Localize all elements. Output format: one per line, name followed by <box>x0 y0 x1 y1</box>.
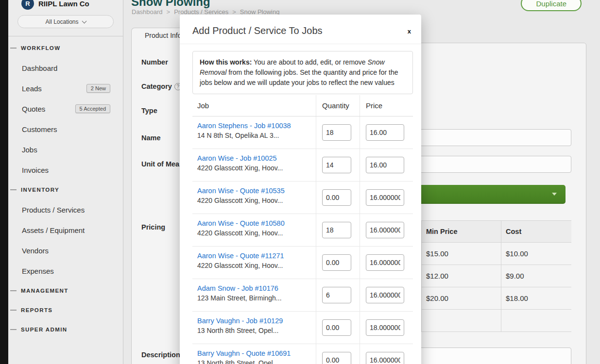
description-label: Description <box>141 351 180 359</box>
pricing-cell-cost <box>501 310 571 331</box>
job-link[interactable]: Adam Snow - Job #10176 <box>197 284 312 292</box>
type-label: Type <box>141 107 157 115</box>
jobs-table: Job Quantity Price Aaron Stephens - Job … <box>192 95 413 364</box>
job-link[interactable]: Barry Vaughn - Job #10129 <box>197 317 312 325</box>
name-label: Name <box>141 134 161 142</box>
quantity-input[interactable] <box>322 319 351 336</box>
price-cell <box>360 214 413 246</box>
price-input[interactable] <box>366 254 404 271</box>
company-name: RIIPL Lawn Co <box>38 0 89 8</box>
job-link[interactable]: Aaron Wise - Quote #10580 <box>197 219 312 227</box>
jobs-table-header: Job Quantity Price <box>192 95 413 116</box>
quantity-input[interactable] <box>322 287 351 303</box>
chevron-down-icon <box>82 18 86 23</box>
quantity-input[interactable] <box>322 352 351 364</box>
price-cell <box>360 182 413 214</box>
job-address: 14 N 8th St, Opelika AL 3... <box>197 132 312 139</box>
section-dash-icon <box>10 290 17 291</box>
sidebar-section-label: SUPER ADMIN <box>21 327 67 332</box>
pricing-cell-min-price: $12.00 <box>421 265 501 287</box>
sidebar-section-label: WORKFLOW <box>21 45 60 51</box>
quantity-input[interactable] <box>322 254 351 271</box>
sidebar-item-customers[interactable]: Customers <box>8 119 123 139</box>
quantity-input[interactable] <box>322 222 351 238</box>
pricing-label: Pricing <box>141 223 165 231</box>
job-link[interactable]: Aaron Wise - Quote #11271 <box>197 252 312 260</box>
sidebar-item-label: Products / Services <box>22 206 85 214</box>
job-cell: Aaron Wise - Quote #105354220 Glasscott … <box>192 182 316 214</box>
sidebar-item-vendors[interactable]: Vendors <box>8 240 123 261</box>
price-input[interactable] <box>366 222 404 238</box>
price-input[interactable] <box>366 319 404 336</box>
section-dash-icon <box>10 310 17 311</box>
job-table-row: Adam Snow - Job #10176123 Main Street, B… <box>192 279 413 312</box>
sidebar-item-quotes[interactable]: Quotes5 Accepted <box>8 99 123 119</box>
breadcrumb-item-dashboard[interactable]: Dashboard <box>132 8 163 16</box>
price-input[interactable] <box>366 352 404 364</box>
breadcrumb-separator: > <box>167 8 171 16</box>
quantity-cell <box>316 344 360 364</box>
job-link[interactable]: Aaron Wise - Quote #10535 <box>197 187 312 195</box>
price-column-header: Price <box>360 95 413 116</box>
quantity-input[interactable] <box>322 157 351 173</box>
page-title: Snow Plowing <box>131 0 210 9</box>
job-address: 4220 Glasscott Xing, Hoov... <box>197 229 312 237</box>
location-selector[interactable]: All Locations <box>17 15 114 28</box>
sidebar: R RIIPL Lawn Co All Locations WORKFLOWDa… <box>0 0 123 364</box>
sidebar-item-dashboard[interactable]: Dashboard <box>8 58 123 78</box>
job-table-row: Barry Vaughn - Quote #1069113 North 8th … <box>192 344 413 364</box>
sidebar-item-leads[interactable]: Leads2 New <box>8 78 123 99</box>
sidebar-item-label: Quotes <box>22 105 45 113</box>
price-input[interactable] <box>366 189 404 206</box>
sidebar-section-inventory: INVENTORY <box>8 180 123 199</box>
price-input[interactable] <box>366 124 404 141</box>
job-cell: Aaron Wise - Job #100254220 Glasscott Xi… <box>192 149 316 181</box>
job-table-row: Aaron Wise - Job #100254220 Glasscott Xi… <box>192 149 413 182</box>
quantity-cell <box>316 214 360 246</box>
price-input[interactable] <box>366 157 404 173</box>
job-table-row: Aaron Stephens - Job #1003814 N 8th St, … <box>192 116 413 149</box>
price-cell <box>360 149 413 181</box>
location-selector-label: All Locations <box>45 18 78 25</box>
sidebar-content: R RIIPL Lawn Co All Locations WORKFLOWDa… <box>8 0 123 364</box>
quantity-input[interactable] <box>322 189 351 206</box>
company-header[interactable]: R RIIPL Lawn Co <box>21 0 123 11</box>
sidebar-section-reports: REPORTS <box>8 300 123 320</box>
job-cell: Aaron Stephens - Job #1003814 N 8th St, … <box>192 116 316 149</box>
modal-header: Add Product / Service To Jobs x <box>180 15 421 44</box>
job-address: 4220 Glasscott Xing, Hoov... <box>197 197 312 204</box>
quantity-cell <box>316 116 360 149</box>
sidebar-item-label: Expenses <box>22 267 54 275</box>
price-cell <box>360 312 413 344</box>
job-cell: Aaron Wise - Quote #105804220 Glasscott … <box>192 214 316 246</box>
job-link[interactable]: Barry Vaughn - Quote #10691 <box>197 349 312 357</box>
price-cell <box>360 344 413 364</box>
sidebar-item-assets-equipment[interactable]: Assets / Equipment <box>8 220 123 240</box>
quantity-input[interactable] <box>322 124 351 141</box>
section-dash-icon <box>10 48 17 49</box>
duplicate-button[interactable]: Duplicate <box>521 0 582 11</box>
sidebar-item-products-services[interactable]: Products / Services <box>8 199 123 220</box>
sidebar-item-label: Customers <box>22 125 57 133</box>
sidebar-edge-strip <box>0 0 8 364</box>
section-dash-icon <box>10 189 17 190</box>
sidebar-nav: WORKFLOWDashboardLeads2 NewQuotes5 Accep… <box>8 36 123 339</box>
sidebar-item-invoices[interactable]: Invoices <box>8 160 123 180</box>
job-cell: Adam Snow - Job #10176123 Main Street, B… <box>192 279 316 311</box>
sidebar-item-expenses[interactable]: Expenses <box>8 261 123 281</box>
how-this-works-text-1: You are about to add, edit, or remove <box>252 58 367 66</box>
sidebar-item-jobs[interactable]: Jobs <box>8 139 123 160</box>
close-icon[interactable]: x <box>408 28 411 35</box>
modal-body: How this works: You are about to add, ed… <box>180 44 421 364</box>
sidebar-item-label: Dashboard <box>22 64 57 72</box>
price-input[interactable] <box>366 287 404 303</box>
job-link[interactable]: Aaron Stephens - Job #10038 <box>197 122 312 130</box>
how-this-works-text-2: from the following jobs. Set the quantit… <box>200 68 398 86</box>
job-table-row: Aaron Wise - Quote #105354220 Glasscott … <box>192 182 413 214</box>
job-link[interactable]: Aaron Wise - Job #10025 <box>197 154 312 162</box>
job-address: 123 Main Street, Birmingh... <box>197 294 312 302</box>
quantity-cell <box>316 279 360 311</box>
sidebar-section-management: MANAGEMENT <box>8 281 123 300</box>
job-table-row: Barry Vaughn - Job #1012913 North 8th St… <box>192 312 413 344</box>
job-cell: Barry Vaughn - Job #1012913 North 8th St… <box>192 312 316 344</box>
